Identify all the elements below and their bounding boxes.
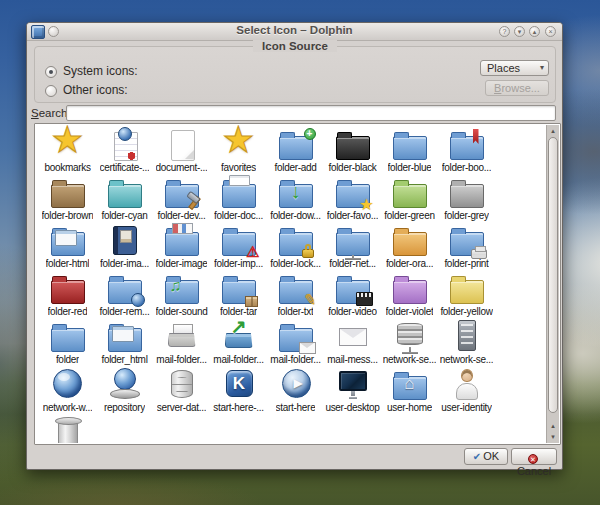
help-button[interactable]: ? xyxy=(499,26,510,37)
icon-label: folder-rem... xyxy=(99,306,149,318)
icon-cell-folder-lock...[interactable]: folder-lock... xyxy=(267,223,324,271)
icon-label: folder-html xyxy=(46,258,90,270)
minimize-button[interactable]: ▾ xyxy=(514,26,525,37)
icon-cell-user-identity[interactable]: user-identity xyxy=(438,367,495,415)
globe-icon xyxy=(50,368,86,401)
icon-cell-network-se...[interactable]: network-se... xyxy=(438,319,495,367)
icon-label: mail-folder... xyxy=(213,354,263,366)
icon-cell-folder-dow...[interactable]: folder-dow... xyxy=(267,175,324,223)
icon-cell-folder-black[interactable]: folder-black xyxy=(324,127,381,175)
cancel-button[interactable]: ✕Cancel xyxy=(511,448,557,465)
folder-icon xyxy=(278,272,314,305)
icon-cell-folder-imp...[interactable]: folder-imp... xyxy=(210,223,267,271)
icon-cell-start-here[interactable]: start-here xyxy=(267,367,324,415)
icon-cell-folder-blue[interactable]: folder-blue xyxy=(381,127,438,175)
icon-cell-folder-html[interactable]: folder-html xyxy=(39,223,96,271)
icon-label: folder-violet xyxy=(386,306,434,318)
ok-button[interactable]: ✔OK xyxy=(464,448,508,465)
search-input[interactable] xyxy=(66,105,556,121)
icon-cell-network-w...[interactable]: network-w... xyxy=(39,367,96,415)
icon-cell-folder[interactable]: folder xyxy=(39,319,96,367)
system-icons-option[interactable]: System icons: xyxy=(45,64,138,78)
folder-icon xyxy=(335,128,371,161)
icon-cell-folder-green[interactable]: folder-green xyxy=(381,175,438,223)
icon-cell-user-home[interactable]: user-home xyxy=(381,367,438,415)
system-icons-radio[interactable] xyxy=(45,66,57,78)
icon-label: start-here xyxy=(276,402,316,414)
icon-cell-repository[interactable]: repository xyxy=(96,367,153,415)
icon-cell-network-se...[interactable]: network-se... xyxy=(381,319,438,367)
icon-cell-mail-folder...[interactable]: mail-folder... xyxy=(153,319,210,367)
icon-cell-bookmarks[interactable]: bookmarks xyxy=(39,127,96,175)
icon-label: user-home xyxy=(387,402,432,414)
icon-label: bookmarks xyxy=(44,162,90,174)
icon-cell-folder-violet[interactable]: folder-violet xyxy=(381,271,438,319)
folder-icon xyxy=(278,224,314,257)
icon-label: folder-print xyxy=(444,258,488,270)
icon-cell-mail-folder...[interactable]: mail-folder... xyxy=(210,319,267,367)
icon-cell-folder-doc...[interactable]: folder-doc... xyxy=(210,175,267,223)
lock-emblem-icon xyxy=(302,249,314,258)
folder-icon xyxy=(221,272,257,305)
icon-label: folder-dow... xyxy=(270,210,321,222)
other-icons-option[interactable]: Other icons: xyxy=(45,83,128,97)
icon-cell-folder-net...[interactable]: folder-net... xyxy=(324,223,381,271)
folder-icon xyxy=(164,272,200,305)
icon-cell-folder-yellow[interactable]: folder-yellow xyxy=(438,271,495,319)
icon-cell-folder_html[interactable]: folder_html xyxy=(96,319,153,367)
warn-emblem-icon xyxy=(246,244,259,259)
other-icons-radio[interactable] xyxy=(45,85,57,97)
icon-cell-certificate-...[interactable]: certificate-... xyxy=(96,127,153,175)
icon-cell-folder-dev...[interactable]: folder-dev... xyxy=(153,175,210,223)
net-emblem-icon xyxy=(345,255,361,260)
folder-icon xyxy=(50,176,86,209)
icon-cell-folder-tar[interactable]: folder-tar xyxy=(210,271,267,319)
scroll-down-icon[interactable]: ▾ xyxy=(547,432,559,442)
icon-label: network-se... xyxy=(440,354,493,366)
icon-cell-user-desktop[interactable]: user-desktop xyxy=(324,367,381,415)
icon-cell-favorites[interactable]: favorites xyxy=(210,127,267,175)
icon-context-select[interactable]: Places ▾ xyxy=(480,60,549,76)
scroll-up-icon[interactable]: ▴ xyxy=(547,126,559,136)
icon-cell-folder-grey[interactable]: folder-grey xyxy=(438,175,495,223)
folder-icon xyxy=(278,128,314,161)
icon-cell-mail-folder...[interactable]: mail-folder... xyxy=(267,319,324,367)
icon-cell-folder-video[interactable]: folder-video xyxy=(324,271,381,319)
browse-button[interactable]: Browse... xyxy=(485,80,549,96)
icon-cell-folder-txt[interactable]: folder-txt xyxy=(267,271,324,319)
icon-cell-folder-boo...[interactable]: folder-boo... xyxy=(438,127,495,175)
scroll-up2-icon[interactable]: ▴ xyxy=(547,421,559,431)
icon-cell-folder-image[interactable]: folder-image xyxy=(153,223,210,271)
scrollbar-thumb[interactable] xyxy=(548,137,558,413)
person-icon xyxy=(449,368,485,401)
inbox-icon xyxy=(164,320,200,353)
icon-label: document-... xyxy=(156,162,208,174)
scrollbar[interactable]: ▴ ▴ ▾ xyxy=(546,125,559,443)
icon-cell-document-...[interactable]: document-... xyxy=(153,127,210,175)
icon-label: folder-lock... xyxy=(270,258,320,270)
icon-cell-folder-ima...[interactable]: folder-ima... xyxy=(96,223,153,271)
icon-cell-folder-sound[interactable]: folder-sound xyxy=(153,271,210,319)
icon-cell-mail-mess...[interactable]: mail-mess... xyxy=(324,319,381,367)
clapper-emblem-icon xyxy=(356,292,373,306)
check-icon: ✔ xyxy=(473,451,481,462)
icon-cell-folder-red[interactable]: folder-red xyxy=(39,271,96,319)
icon-label: folder-doc... xyxy=(214,210,263,222)
icon-label: mail-folder... xyxy=(270,354,320,366)
icon-cell-folder-favo...[interactable]: folder-favo... xyxy=(324,175,381,223)
icon-cell-folder-rem...[interactable]: folder-rem... xyxy=(96,271,153,319)
icon-cell-folder-ora...[interactable]: folder-ora... xyxy=(381,223,438,271)
folder-icon xyxy=(392,176,428,209)
select-icon-dialog: Select Icon – Dolphin ? ▾ ▴ × Icon Sourc… xyxy=(26,22,563,470)
icon-cell-folder-brown[interactable]: folder-brown xyxy=(39,175,96,223)
icon-cell-trash[interactable] xyxy=(39,415,96,443)
icon-cell-server-dat...[interactable]: server-dat... xyxy=(153,367,210,415)
close-button[interactable]: × xyxy=(545,26,556,37)
icon-label: folder-add xyxy=(274,162,316,174)
icon-cell-start-here-...[interactable]: start-here-... xyxy=(210,367,267,415)
icon-label: folder-video xyxy=(328,306,377,318)
icon-cell-folder-cyan[interactable]: folder-cyan xyxy=(96,175,153,223)
icon-cell-folder-add[interactable]: folder-add xyxy=(267,127,324,175)
icon-cell-folder-print[interactable]: folder-print xyxy=(438,223,495,271)
maximize-button[interactable]: ▴ xyxy=(529,26,540,37)
